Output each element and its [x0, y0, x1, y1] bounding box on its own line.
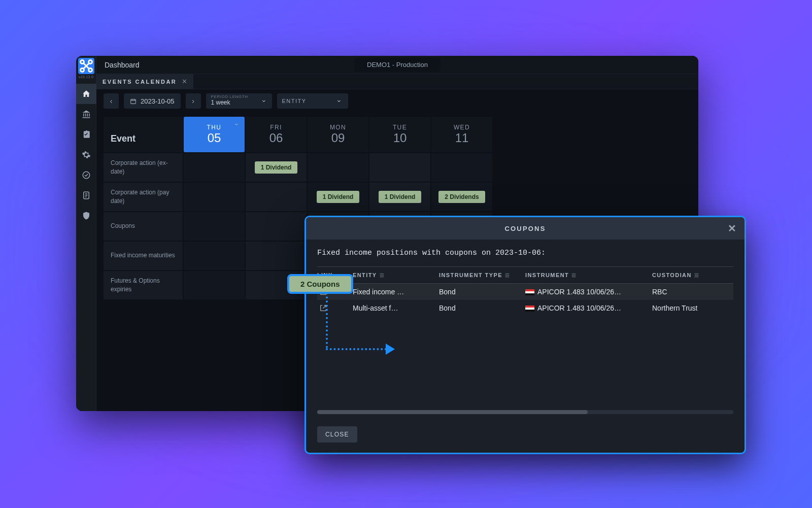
day-header[interactable]: MON09: [308, 117, 368, 152]
nav-doc-icon[interactable]: [76, 185, 96, 206]
svg-rect-6: [131, 99, 136, 104]
coupons-pill-focused[interactable]: 2 Coupons: [287, 274, 353, 294]
day-header[interactable]: THU05: [184, 117, 245, 152]
modal-description: Fixed income positions with coupons on 2…: [317, 249, 733, 257]
calendar-cell: [184, 153, 245, 182]
event-pill[interactable]: 1 Dividend: [317, 191, 360, 203]
nav-shield-icon[interactable]: [76, 206, 96, 226]
column-header[interactable]: CUSTODIAN ☰: [652, 272, 733, 278]
calendar-cell: [369, 153, 430, 182]
svg-point-4: [83, 172, 90, 179]
column-header[interactable]: INSTRUMENT TYPE ☰: [439, 272, 525, 278]
day-header[interactable]: FRI06: [246, 117, 307, 152]
tab-close-icon[interactable]: ✕: [182, 78, 187, 85]
period-length-select[interactable]: PERIOD LENGTH 1 week: [206, 93, 272, 109]
svg-point-2: [80, 69, 84, 72]
event-pill[interactable]: 1 Dividend: [255, 161, 298, 174]
calendar-cell: 2 Dividends: [431, 183, 492, 211]
column-header[interactable]: INSTRUMENT ☰: [525, 272, 652, 278]
coupons-table: LINKENTITY ☰INSTRUMENT TYPE ☰INSTRUMENT …: [317, 266, 733, 316]
app-version: v23.13.0: [79, 75, 93, 79]
tab-events-calendar[interactable]: EVENTS CALENDAR ✕: [96, 74, 193, 89]
calendar-cell: [246, 242, 307, 270]
nav-home-icon[interactable]: [76, 84, 96, 104]
nav-tasks-icon[interactable]: [76, 124, 96, 145]
environment-badge: DEMO1 - Production: [355, 58, 440, 72]
table-row: Multi-asset f… Bond APICOR 1.483 10/06/2…: [317, 300, 733, 316]
open-link-icon[interactable]: [317, 304, 353, 312]
entity-label: ENTITY: [282, 98, 307, 104]
arrow-line: [326, 292, 328, 348]
instrument-type-cell: Bond: [439, 288, 525, 296]
close-button[interactable]: CLOSE: [317, 426, 357, 443]
arrow-line: [326, 348, 387, 350]
tab-bar: EVENTS CALENDAR ✕: [96, 74, 698, 89]
calendar-cell: [308, 153, 368, 182]
calendar-cell: 1 Dividend: [246, 153, 307, 182]
nav-bank-icon[interactable]: [76, 104, 96, 124]
calendar-cell: [184, 212, 245, 241]
sidebar: v23.13.0: [76, 56, 96, 411]
event-header: Event: [104, 117, 183, 152]
next-button[interactable]: ›: [186, 93, 201, 109]
calendar-cell: [246, 212, 307, 241]
table-row: Fixed income … Bond APICOR 1.483 10/06/2…: [317, 284, 733, 300]
prev-button[interactable]: ‹: [104, 93, 119, 109]
nav-check-icon[interactable]: [76, 165, 96, 185]
calendar-cell: [184, 242, 245, 270]
flag-icon: [525, 289, 534, 295]
day-header[interactable]: TUE10: [369, 117, 430, 152]
row-label: Futures & Options expiries: [104, 271, 183, 299]
modal-title: COUPONS: [504, 225, 546, 232]
page-title: Dashboard: [105, 61, 140, 69]
calendar-icon: [130, 98, 137, 105]
svg-point-1: [88, 60, 92, 64]
calendar-cell: [184, 183, 245, 211]
entity-select[interactable]: ENTITY: [277, 93, 348, 109]
coupons-modal: COUPONS ✕ Fixed income positions with co…: [304, 216, 746, 454]
date-value: 2023-10-05: [141, 97, 175, 105]
tab-label: EVENTS CALENDAR: [103, 79, 177, 85]
sort-icon: ☰: [505, 273, 510, 278]
calendar-cell: [431, 153, 492, 182]
event-pill[interactable]: 1 Dividend: [379, 191, 422, 203]
custodian-cell: Northern Trust: [652, 304, 733, 312]
entity-cell: Multi-asset f…: [353, 304, 439, 312]
modal-close-icon[interactable]: ✕: [728, 223, 737, 233]
header: Dashboard DEMO1 - Production: [96, 56, 698, 74]
row-label: Corporate action (pay date): [104, 183, 183, 211]
instrument-cell: APICOR 1.483 10/06/26…: [525, 288, 652, 296]
instrument-type-cell: Bond: [439, 304, 525, 312]
row-label: Fixed income maturities: [104, 242, 183, 270]
date-picker[interactable]: 2023-10-05: [124, 93, 181, 109]
svg-point-0: [80, 60, 84, 64]
custodian-cell: RBC: [652, 288, 733, 296]
period-label: PERIOD LENGTH: [211, 95, 248, 99]
app-logo: [78, 58, 94, 74]
calendar-cell: 1 Dividend: [369, 183, 430, 211]
period-value: 1 week: [211, 99, 230, 107]
modal-header: COUPONS ✕: [306, 217, 745, 240]
row-label: Corporate action (ex-date): [104, 153, 183, 182]
day-header[interactable]: WED11: [431, 117, 492, 152]
nav-settings-icon[interactable]: [76, 145, 96, 165]
entity-cell: Fixed income …: [353, 288, 439, 296]
arrow-head-icon: [386, 344, 395, 355]
calendar-cell: 1 Dividend: [308, 183, 368, 211]
row-label: Coupons: [104, 212, 183, 241]
svg-point-3: [88, 69, 92, 72]
instrument-cell: APICOR 1.483 10/06/26…: [525, 304, 652, 312]
calendar-cell: [184, 271, 245, 299]
event-pill[interactable]: 2 Dividends: [438, 191, 485, 203]
calendar-cell: [246, 183, 307, 211]
filter-bar: ‹ 2023-10-05 › PERIOD LENGTH 1 week ENTI…: [96, 89, 698, 113]
horizontal-scrollbar[interactable]: [317, 410, 733, 414]
sort-icon: ☰: [571, 273, 577, 278]
sort-icon: ☰: [380, 273, 385, 278]
flag-icon: [525, 306, 534, 312]
column-header[interactable]: ENTITY ☰: [353, 272, 439, 278]
sort-icon: ☰: [694, 273, 699, 278]
